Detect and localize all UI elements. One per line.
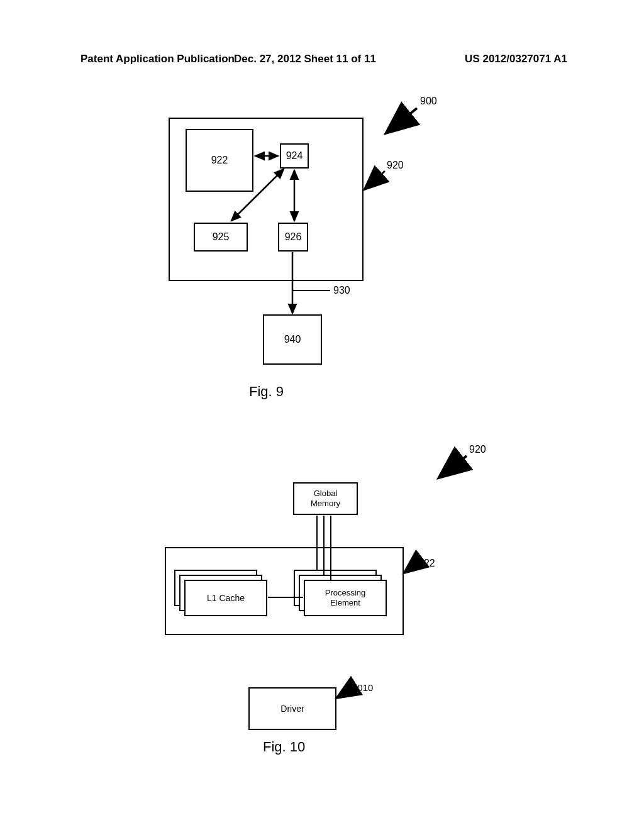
fig10-arrows	[0, 0, 644, 830]
svg-line-12	[338, 689, 351, 697]
figures-container: 922 924 925 926 940 900 920 930 Fig. 9	[0, 0, 644, 830]
svg-line-11	[405, 563, 416, 572]
svg-line-10	[440, 456, 467, 477]
